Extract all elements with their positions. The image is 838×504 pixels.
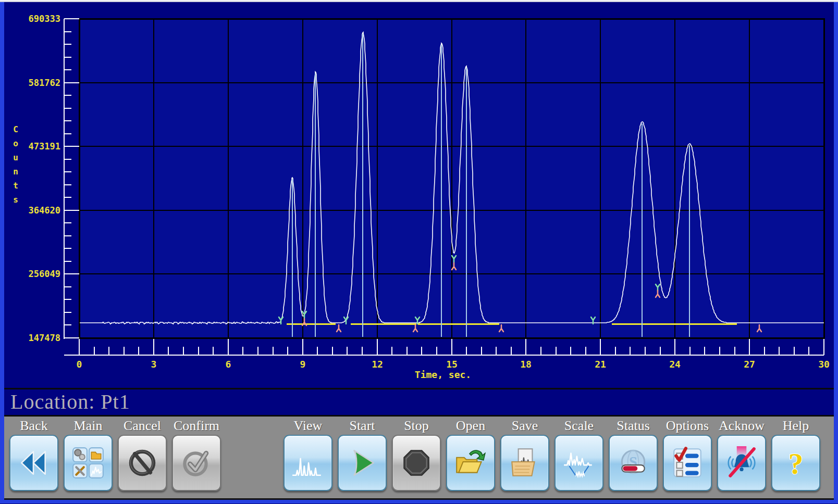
start-label: Start (349, 418, 375, 435)
scale-icon (562, 446, 596, 480)
chromatogram-panel: 1474782560493646204731915817626903330369… (4, 2, 834, 388)
toolbar: Back Main (4, 417, 834, 500)
back-label: Back (20, 418, 47, 435)
tool-scale: Scale (554, 418, 603, 491)
tool-main: Main (64, 418, 113, 491)
tool-start: Start (338, 418, 387, 491)
svg-text:581762: 581762 (29, 78, 60, 88)
cancel-label: Cancel (124, 418, 161, 435)
tool-stop: Stop (392, 418, 441, 491)
start-button[interactable] (338, 435, 387, 491)
svg-text:30: 30 (818, 359, 830, 370)
scale-button[interactable] (554, 435, 603, 491)
confirm-button[interactable] (172, 435, 221, 491)
confirm-icon (179, 446, 214, 480)
status-icon: S (616, 446, 650, 480)
tool-back: Back (9, 418, 58, 491)
back-icon (17, 446, 51, 480)
tool-acknow: Acknow (717, 418, 766, 491)
svg-text:n: n (13, 167, 18, 177)
svg-text:s: s (13, 195, 18, 205)
help-label: Help (783, 418, 809, 435)
back-button[interactable] (9, 435, 58, 491)
svg-text:u: u (13, 153, 18, 162)
svg-text:473191: 473191 (29, 141, 60, 152)
help-icon: ? (779, 446, 813, 480)
status-button[interactable]: S (609, 435, 658, 491)
acknow-button[interactable] (717, 435, 766, 491)
svg-text:C: C (13, 124, 18, 134)
svg-text:o: o (13, 138, 18, 148)
svg-text:Time, sec.: Time, sec. (415, 369, 471, 380)
options-button[interactable] (663, 435, 712, 491)
status-label: Status (617, 418, 650, 435)
start-icon (345, 446, 379, 480)
svg-text:147478: 147478 (29, 333, 60, 343)
save-icon (508, 446, 542, 480)
app-window: 1474782560493646204731915817626903330369… (0, 2, 838, 503)
svg-text:?: ? (788, 447, 804, 480)
view-icon (291, 446, 325, 480)
options-label: Options (666, 418, 709, 435)
svg-text:t: t (13, 181, 18, 191)
svg-text:12: 12 (372, 359, 383, 370)
tool-save: Save (500, 418, 549, 491)
tool-open: Open (446, 418, 495, 491)
tool-view: View (284, 418, 332, 491)
svg-text:364620: 364620 (29, 205, 60, 216)
svg-text:3: 3 (151, 359, 157, 370)
chromatogram-svg: 1474782560493646204731915817626903330369… (4, 2, 834, 388)
help-button[interactable]: ? (771, 435, 820, 491)
confirm-label: Confirm (174, 418, 219, 435)
open-icon (453, 446, 488, 480)
view-label: View (294, 418, 323, 435)
view-button[interactable] (284, 435, 332, 491)
location-label: Location: Pt1 (10, 390, 130, 413)
options-icon (670, 446, 705, 480)
cancel-icon (125, 446, 159, 480)
svg-text:15: 15 (446, 359, 458, 370)
stop-button[interactable] (392, 435, 441, 491)
svg-text:18: 18 (520, 359, 532, 370)
svg-text:9: 9 (300, 359, 306, 370)
stop-icon (399, 446, 434, 480)
svg-text:6: 6 (226, 359, 231, 370)
cancel-button[interactable] (118, 435, 167, 491)
svg-text:27: 27 (744, 359, 755, 370)
tool-cancel: Cancel (118, 418, 167, 491)
tool-confirm: Confirm (172, 418, 221, 491)
tool-options: Options (663, 418, 712, 491)
svg-text:690333: 690333 (29, 14, 60, 24)
svg-text:21: 21 (595, 359, 606, 370)
svg-text:256049: 256049 (29, 269, 60, 279)
main-label: Main (74, 418, 103, 435)
save-label: Save (512, 418, 538, 435)
svg-text:0: 0 (77, 359, 82, 370)
save-button[interactable] (500, 435, 549, 491)
tool-status: Status S (609, 418, 658, 491)
acknow-icon (724, 446, 759, 480)
location-bar: Location: Pt1 (4, 388, 834, 417)
svg-text:24: 24 (669, 359, 681, 370)
main-button[interactable] (64, 435, 113, 491)
main-icon (71, 446, 105, 480)
open-label: Open (456, 418, 485, 435)
stop-label: Stop (404, 418, 429, 435)
tool-help: Help ? (771, 418, 820, 491)
acknow-label: Acknow (719, 418, 765, 435)
open-button[interactable] (446, 435, 495, 491)
scale-label: Scale (564, 418, 594, 435)
